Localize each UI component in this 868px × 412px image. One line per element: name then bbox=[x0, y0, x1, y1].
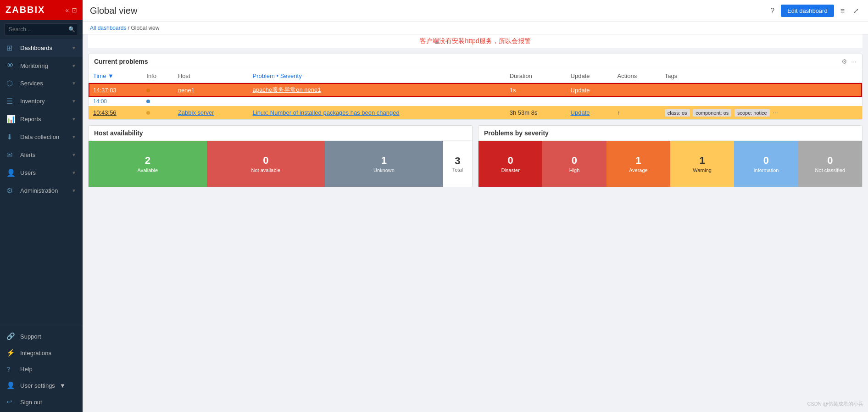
cell-actions[interactable]: ↑ bbox=[613, 106, 660, 119]
not-available-bar[interactable]: 0 Not available bbox=[207, 141, 325, 187]
cell-problem[interactable]: Linux: Number of installed packages has … bbox=[248, 106, 505, 119]
expand-button[interactable]: ⤢ bbox=[851, 5, 861, 17]
chevron-down-icon: ▼ bbox=[72, 134, 76, 139]
sidebar-item-alerts[interactable]: ✉ Alerts ▼ bbox=[0, 146, 83, 164]
chevron-down-icon: ▼ bbox=[72, 170, 76, 175]
menu-button[interactable]: ≡ bbox=[839, 5, 846, 17]
bottom-item-label: User settings bbox=[20, 382, 55, 389]
widget-icons: ⚙ ··· bbox=[841, 58, 857, 65]
separator-dot bbox=[142, 97, 173, 106]
col-problem[interactable]: Problem • Severity bbox=[248, 69, 505, 83]
col-time[interactable]: Time ▼ bbox=[89, 69, 142, 83]
average-bar[interactable]: 1 Average bbox=[606, 141, 670, 187]
disaster-bar[interactable]: 0 Disaster bbox=[479, 141, 542, 187]
grid-icon[interactable]: ⊡ bbox=[72, 6, 77, 14]
sidebar-bottom: 🔗 Support ⚡ Integrations ? Help 👤 User s… bbox=[0, 326, 83, 412]
bottom-widgets: Host availability 2 Available 0 Not avai… bbox=[88, 125, 862, 187]
integrations-link[interactable]: ⚡ Integrations bbox=[0, 345, 83, 361]
sign-out-link[interactable]: ↩ Sign out bbox=[0, 394, 83, 410]
available-bar[interactable]: 2 Available bbox=[89, 141, 207, 187]
average-count: 1 bbox=[635, 155, 641, 167]
chevron-down-icon: ▼ bbox=[72, 45, 76, 50]
more-icon[interactable]: ··· bbox=[851, 58, 857, 65]
total-bar: 3 Total bbox=[443, 141, 472, 187]
problems-table: Time ▼ Info Host Problem • Severity Dura… bbox=[89, 69, 862, 119]
tag-scope-notice[interactable]: scope: notice bbox=[734, 109, 770, 117]
chevron-down-icon: ▼ bbox=[72, 99, 76, 104]
high-count: 0 bbox=[572, 155, 577, 167]
sidebar-logo: ZABBIX « ⊡ bbox=[0, 0, 83, 20]
sidebar-item-data-collection[interactable]: ⬇ Data collection ▼ bbox=[0, 128, 83, 146]
cell-problem[interactable]: apache服务异常on nene1 bbox=[248, 83, 505, 97]
cell-host[interactable]: nene1 bbox=[173, 83, 248, 97]
problems-by-severity-widget: Problems by severity 0 Disaster 0 High 1… bbox=[478, 125, 862, 187]
breadcrumb-all-dashboards[interactable]: All dashboards bbox=[90, 25, 126, 31]
breadcrumb-current: Global view bbox=[131, 25, 159, 31]
high-bar[interactable]: 0 High bbox=[542, 141, 606, 187]
col-actions: Actions bbox=[613, 69, 660, 83]
sidebar-item-administration[interactable]: ⚙ Administration ▼ bbox=[0, 182, 83, 200]
separator-spacer bbox=[173, 97, 862, 106]
cell-time[interactable]: 10:43:56 bbox=[89, 106, 142, 119]
help-button[interactable]: ? bbox=[768, 5, 776, 17]
problems-table-container: Time ▼ Info Host Problem • Severity Dura… bbox=[89, 69, 862, 119]
sidebar-item-users[interactable]: 👤 Users ▼ bbox=[0, 164, 83, 182]
sidebar-item-label: Monitoring bbox=[20, 62, 48, 69]
sidebar-nav: ⊞ Dashboards ▼ 👁 Monitoring ▼ ⬡ Services… bbox=[0, 39, 83, 326]
sidebar: ZABBIX « ⊡ 🔍 ⊞ Dashboards ▼ 👁 Monitoring… bbox=[0, 0, 83, 412]
cell-time[interactable]: 14:37:03 bbox=[89, 83, 142, 97]
topbar: Global view ? Edit dashboard ≡ ⤢ bbox=[83, 0, 868, 22]
cell-duration: 3h 53m 8s bbox=[505, 106, 566, 119]
support-link[interactable]: 🔗 Support bbox=[0, 328, 83, 345]
cell-update[interactable]: Update bbox=[566, 106, 613, 119]
information-bar[interactable]: 0 Information bbox=[734, 141, 798, 187]
sidebar-item-monitoring[interactable]: 👁 Monitoring ▼ bbox=[0, 57, 83, 74]
tag-class-os[interactable]: class: os bbox=[665, 109, 690, 117]
chevron-down-icon: ▼ bbox=[72, 188, 76, 193]
not-available-count: 0 bbox=[263, 155, 268, 167]
col-update: Update bbox=[566, 69, 613, 83]
dashboards-icon: ⊞ bbox=[6, 44, 16, 52]
sidebar-item-inventory[interactable]: ☰ Inventory ▼ bbox=[0, 92, 83, 110]
not-classified-bar[interactable]: 0 Not classified bbox=[798, 141, 862, 187]
not-classified-label: Not classified bbox=[815, 167, 845, 173]
help-link[interactable]: ? Help bbox=[0, 361, 83, 377]
host-availability-widget: Host availability 2 Available 0 Not avai… bbox=[88, 125, 473, 187]
tag-component-os[interactable]: component: os bbox=[693, 109, 731, 117]
bottom-item-label: Sign out bbox=[20, 399, 42, 406]
col-info: Info bbox=[142, 69, 173, 83]
unknown-count: 1 bbox=[381, 155, 387, 167]
sidebar-item-services[interactable]: ⬡ Services ▼ bbox=[0, 74, 83, 92]
total-label: Total bbox=[452, 167, 463, 173]
collapse-icon[interactable]: « bbox=[65, 6, 69, 14]
search-input[interactable] bbox=[5, 23, 78, 35]
edit-dashboard-button[interactable]: Edit dashboard bbox=[781, 5, 834, 17]
settings-icon[interactable]: ⚙ bbox=[841, 58, 847, 65]
cell-update[interactable]: Update bbox=[566, 83, 613, 97]
monitoring-icon: 👁 bbox=[6, 61, 16, 70]
info-dot bbox=[146, 111, 150, 115]
sidebar-search-container: 🔍 bbox=[0, 20, 83, 39]
warning-bar[interactable]: 1 Warning bbox=[670, 141, 734, 187]
sidebar-item-label: Dashboards bbox=[20, 45, 52, 51]
table-row: 14:37:03 nene1 apache服务异常on nene1 1s Upd… bbox=[89, 83, 862, 97]
user-settings-icon: 👤 bbox=[6, 381, 16, 390]
time-separator-row: 14:00 bbox=[89, 97, 862, 106]
sidebar-item-dashboards[interactable]: ⊞ Dashboards ▼ bbox=[0, 39, 83, 57]
sidebar-item-label: Users bbox=[20, 169, 36, 176]
chevron-down-icon: ▼ bbox=[72, 117, 76, 122]
reports-icon: 📊 bbox=[6, 115, 16, 123]
more-tags-button[interactable]: ··· bbox=[773, 109, 778, 116]
cell-info bbox=[142, 83, 173, 97]
cell-host[interactable]: Zabbix server bbox=[173, 106, 248, 119]
help-icon: ? bbox=[6, 365, 16, 373]
inventory-icon: ☰ bbox=[6, 97, 16, 106]
sidebar-item-reports[interactable]: 📊 Reports ▼ bbox=[0, 110, 83, 128]
separator-dot-icon bbox=[146, 100, 150, 103]
unknown-bar[interactable]: 1 Unknown bbox=[325, 141, 443, 187]
data-collection-icon: ⬇ bbox=[6, 133, 16, 141]
main-content: Global view ? Edit dashboard ≡ ⤢ All das… bbox=[83, 0, 868, 412]
bottom-item-label: Support bbox=[20, 333, 41, 340]
cell-info bbox=[142, 106, 173, 119]
user-settings-link[interactable]: 👤 User settings ▼ bbox=[0, 377, 83, 394]
